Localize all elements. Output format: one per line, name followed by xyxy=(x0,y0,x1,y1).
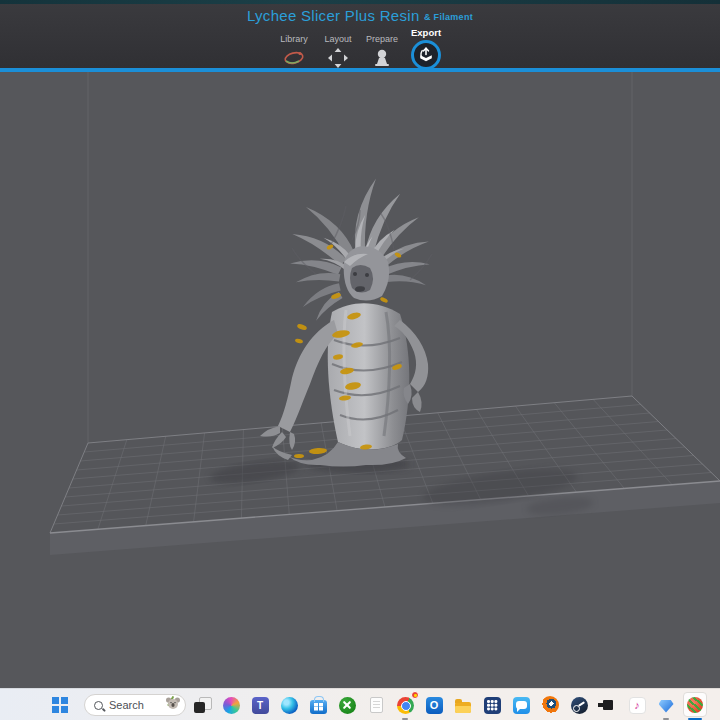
tab-prepare-label: Prepare xyxy=(366,34,398,44)
outlook-icon: O xyxy=(426,697,443,714)
layout-move-icon xyxy=(328,48,348,68)
lychee-slicer-icon xyxy=(687,697,703,713)
tab-layout-label: Layout xyxy=(324,34,351,44)
edge-icon xyxy=(281,697,298,714)
tab-layout[interactable]: Layout xyxy=(317,26,359,70)
search-icon xyxy=(94,701,103,710)
capture-button[interactable] xyxy=(596,693,620,717)
tab-prepare[interactable]: Prepare xyxy=(361,26,403,70)
library-icon xyxy=(283,48,305,68)
itunes-button[interactable]: ♪ xyxy=(625,693,649,717)
teams-button[interactable]: T xyxy=(248,693,272,717)
windows-taskbar: Search T O ♪ xyxy=(0,688,720,720)
edge-button[interactable] xyxy=(277,693,301,717)
viewport-3d[interactable] xyxy=(0,72,720,688)
gem-app-button[interactable] xyxy=(654,693,678,717)
blender-icon xyxy=(541,696,559,714)
outlook-button[interactable]: O xyxy=(422,693,446,717)
messenger-icon xyxy=(513,697,530,714)
task-view-button[interactable] xyxy=(190,693,214,717)
tab-library[interactable]: Library xyxy=(273,26,315,70)
app-title: Lychee Slicer Plus Resin & Filament xyxy=(0,7,720,24)
active-app-tile xyxy=(683,692,707,717)
prepare-supports-icon xyxy=(372,48,392,68)
task-view-icon xyxy=(193,696,211,714)
steam-icon xyxy=(571,697,588,714)
notepad-icon xyxy=(370,697,383,713)
search-daily-image-icon xyxy=(165,695,181,715)
microsoft-store-icon xyxy=(310,700,327,714)
tab-library-label: Library xyxy=(280,34,308,44)
chrome-badge-icon xyxy=(411,691,419,699)
taskbar-icons: T O ♪ xyxy=(190,693,707,717)
start-button[interactable] xyxy=(52,697,68,713)
export-icon xyxy=(411,40,441,70)
xbox-button[interactable] xyxy=(335,693,359,717)
search-label: Search xyxy=(109,699,165,711)
app-grid-icon xyxy=(484,697,501,714)
windows-logo-icon xyxy=(52,697,59,704)
app-grid-button[interactable] xyxy=(480,693,504,717)
blender-button[interactable] xyxy=(538,693,562,717)
itunes-icon: ♪ xyxy=(629,697,646,714)
file-explorer-button[interactable] xyxy=(451,693,475,717)
capture-flag-icon xyxy=(603,700,613,710)
chrome-button[interactable] xyxy=(393,693,417,717)
microsoft-store-button[interactable] xyxy=(306,693,330,717)
lychee-slicer-button[interactable] xyxy=(683,693,707,717)
tab-export[interactable]: Export xyxy=(405,26,447,70)
chrome-icon xyxy=(397,697,414,714)
xbox-icon xyxy=(339,697,356,714)
app-title-suffix: & Filament xyxy=(424,12,473,22)
steam-button[interactable] xyxy=(567,693,591,717)
messenger-button[interactable] xyxy=(509,693,533,717)
tab-export-label: Export xyxy=(411,27,441,38)
file-explorer-icon xyxy=(455,702,471,713)
scene-canvas xyxy=(0,72,720,688)
copilot-icon xyxy=(223,697,240,714)
app-title-text: Lychee Slicer Plus Resin xyxy=(247,7,420,24)
app-header: Lychee Slicer Plus Resin & Filament Libr… xyxy=(0,4,720,72)
gem-icon xyxy=(659,700,674,713)
mode-tabs: Library Layout Prepare xyxy=(273,26,447,70)
copilot-button[interactable] xyxy=(219,693,243,717)
notepad-button[interactable] xyxy=(364,693,388,717)
teams-icon: T xyxy=(252,697,269,714)
taskbar-search[interactable]: Search xyxy=(84,694,186,716)
